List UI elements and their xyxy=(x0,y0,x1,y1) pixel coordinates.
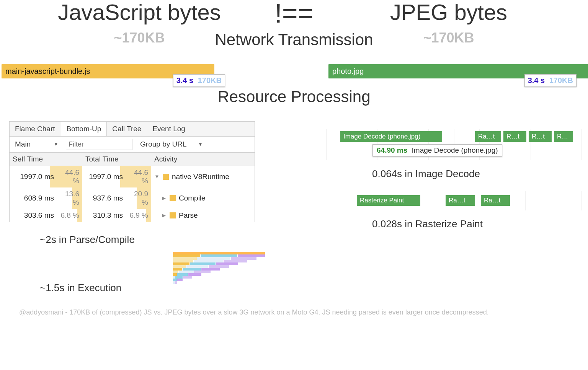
col-total-time: Total Time xyxy=(82,153,151,166)
activity-cell[interactable]: ▼ native V8Runtime xyxy=(151,166,255,187)
devtools-panel: Flame Chart Bottom-Up Call Tree Event Lo… xyxy=(9,121,255,222)
thread-select-value: Main xyxy=(15,140,31,148)
img-network-badge: 3.4 s 170KB xyxy=(524,74,577,87)
chevron-down-icon: ▼ xyxy=(198,142,203,147)
raster-bar: Ra…t xyxy=(481,195,510,206)
raster-bar: Ra…t xyxy=(475,131,501,142)
total-time-cell: 310.3 ms 6.9 % xyxy=(82,209,151,222)
activity-cell[interactable]: ▶ Parse xyxy=(151,209,255,222)
expander-right-icon[interactable]: ▶ xyxy=(161,195,167,201)
processing-columns: Flame Chart Bottom-Up Call Tree Event Lo… xyxy=(0,121,588,305)
header-center: !== xyxy=(256,0,332,27)
totaltime-value: 937.6 ms xyxy=(88,194,123,202)
not-equal-symbol: !== xyxy=(256,0,332,27)
devtools-table: Self Time Total Time Activity 1997.0 ms … xyxy=(10,153,255,222)
selftime-value: 1997.0 ms xyxy=(20,173,54,181)
image-decode-timeline: Image Decode (phone.jpg) Ra…t R…t R…t R…… xyxy=(326,129,582,160)
raster-timeline: Rasterize Paint Ra…t Ra…t xyxy=(357,191,582,210)
network-bars: main-javascript-bundle.js 3.4 s 170KB ph… xyxy=(0,64,588,78)
js-processing-column: Flame Chart Bottom-Up Call Tree Event Lo… xyxy=(9,121,280,305)
tooltip-label: Image Decode (phone.jpg) xyxy=(412,146,498,154)
expander-right-icon[interactable]: ▶ xyxy=(161,212,167,218)
totaltime-value: 310.3 ms xyxy=(88,211,123,220)
tooltip-ms: 64.90 ms xyxy=(377,146,407,154)
timeline-bars: Rasterize Paint Ra…t Ra…t xyxy=(357,195,510,206)
total-time-cell: 1997.0 ms 44.6 % xyxy=(82,166,151,187)
totaltime-value: 1997.0 ms xyxy=(88,173,123,181)
js-network-badge: 3.4 s 170KB xyxy=(173,74,225,87)
raster-bar: Ra…t xyxy=(446,195,475,206)
tab-bottom-up[interactable]: Bottom-Up xyxy=(61,122,107,136)
jpeg-title: JPEG bytes xyxy=(332,0,565,24)
category-swatch xyxy=(170,212,176,218)
parse-compile-summary: ~2s in Parse/Compile xyxy=(40,234,280,246)
col-self-time: Self Time xyxy=(10,153,82,166)
self-time-cell: 303.6 ms 6.8 % xyxy=(10,209,82,222)
expander-down-icon[interactable]: ▼ xyxy=(154,174,160,179)
js-network-size: 170KB xyxy=(198,76,222,85)
tab-call-tree[interactable]: Call Tree xyxy=(107,122,147,136)
activity-cell[interactable]: ▶ Compile xyxy=(151,187,255,209)
groupby-select-value: Group by URL xyxy=(140,140,186,148)
totaltime-pct: 6.9 % xyxy=(127,211,148,220)
img-bar-wrap: photo.jpg 3.4 s 170KB xyxy=(328,64,586,78)
activity-label: Compile xyxy=(179,194,206,202)
img-network-time: 3.4 s xyxy=(528,76,545,85)
category-swatch xyxy=(163,174,169,180)
raster-bar: R…t xyxy=(503,131,526,142)
js-network-time: 3.4 s xyxy=(176,76,193,85)
selftime-value: 608.9 ms xyxy=(20,194,54,202)
chevron-down-icon: ▼ xyxy=(54,142,58,147)
devtools-tabbar: Flame Chart Bottom-Up Call Tree Event Lo… xyxy=(10,122,255,137)
selftime-pct: 6.8 % xyxy=(58,211,79,220)
jpeg-processing-column: Image Decode (phone.jpg) Ra…t R…t R…t R…… xyxy=(311,121,582,305)
footnote: @addyosmani - 170KB of (compressed) JS v… xyxy=(0,305,588,322)
raster-bar: R…t xyxy=(529,131,552,142)
activity-label: native V8Runtime xyxy=(172,173,229,181)
rasterize-paint-bar: Rasterize Paint xyxy=(357,195,420,206)
devtools-controls: Main ▼ Group by URL ▼ xyxy=(10,137,255,153)
js-title: JavaScript bytes xyxy=(23,0,256,24)
selftime-pct: 44.6 % xyxy=(58,168,79,185)
tab-event-log[interactable]: Event Log xyxy=(147,122,191,136)
filter-input[interactable] xyxy=(66,139,132,150)
col-activity: Activity xyxy=(151,153,255,166)
image-decode-tooltip: 64.90 ms Image Decode (phone.jpg) xyxy=(372,144,502,156)
self-time-cell: 608.9 ms 13.6 % xyxy=(10,187,82,209)
raster-bar: R… xyxy=(554,131,573,142)
timeline-bars: Image Decode (phone.jpg) Ra…t R…t R…t R… xyxy=(340,131,582,142)
totaltime-pct: 44.6 % xyxy=(127,168,148,185)
image-decode-summary: 0.064s in Image Decode xyxy=(372,168,582,180)
execution-summary: ~1.5s in Execution xyxy=(40,282,121,294)
flame-graph xyxy=(173,252,265,305)
js-bar-wrap: main-javascript-bundle.js 3.4 s 170KB xyxy=(2,64,260,78)
selftime-pct: 13.6 % xyxy=(58,190,79,207)
totaltime-pct: 20.9 % xyxy=(127,190,148,207)
groupby-select[interactable]: Group by URL ▼ xyxy=(138,139,205,150)
category-swatch xyxy=(170,195,176,201)
rasterize-summary: 0.028s in Rasterize Paint xyxy=(372,218,582,230)
tab-flame-chart[interactable]: Flame Chart xyxy=(10,122,61,136)
activity-label: Parse xyxy=(179,211,198,220)
selftime-value: 303.6 ms xyxy=(20,211,54,220)
self-time-cell: 1997.0 ms 44.6 % xyxy=(10,166,82,187)
processing-section-label: Resource Processing xyxy=(0,88,588,106)
thread-select[interactable]: Main ▼ xyxy=(13,139,60,150)
image-decode-bar: Image Decode (phone.jpg) xyxy=(340,131,442,142)
img-network-size: 170KB xyxy=(549,76,573,85)
total-time-cell: 937.6 ms 20.9 % xyxy=(82,187,151,209)
